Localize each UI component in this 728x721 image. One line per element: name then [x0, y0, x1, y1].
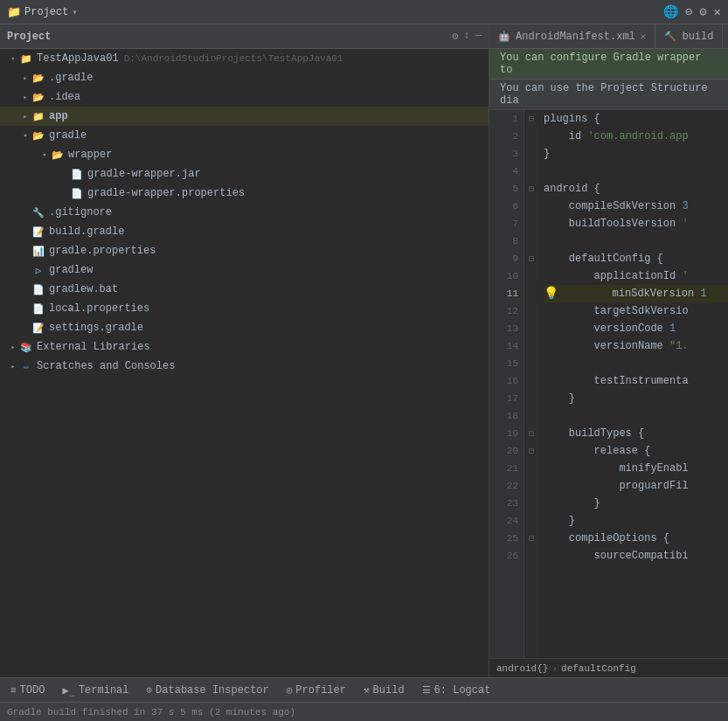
tool-db-label: Database Inspector: [156, 684, 269, 697]
line-num: 26: [489, 547, 523, 565]
list-item[interactable]: 📄 local.properties: [0, 299, 489, 318]
list-item[interactable]: 📄 gradle-wrapper.jar: [0, 164, 489, 184]
tool-build-label: Build: [373, 684, 405, 697]
fold-marker[interactable]: ⊟: [524, 250, 538, 267]
profiler-icon: ◎: [287, 684, 293, 696]
root-path: D:\AndroidStudioProjects\TestAppJava01: [124, 53, 343, 64]
list-item[interactable]: 📂 gradle: [0, 126, 489, 145]
code-line: }: [544, 390, 728, 407]
todo-icon: ≡: [10, 685, 17, 696]
line-num: 3: [489, 145, 523, 163]
list-item[interactable]: 📂 .gradle: [0, 68, 489, 87]
fold-marker[interactable]: ⊟: [524, 110, 538, 128]
fold-gutter: ⊟ ⊟ ⊟ ⊟ ⊟: [524, 110, 538, 658]
list-item[interactable]: 📄 gradlew.bat: [0, 280, 489, 299]
manifest-tab-icon: 🤖: [498, 31, 510, 42]
manifest-tab-label: AndroidManifest.xml: [516, 31, 635, 43]
jar-label: gradle-wrapper.jar: [87, 168, 201, 180]
list-item[interactable]: ✏ Scratches and Consoles: [0, 357, 489, 376]
fold-marker: [524, 477, 538, 495]
tool-profiler-label: Profiler: [295, 684, 346, 697]
gradle-hidden-label: .gradle: [49, 72, 93, 84]
fold-marker[interactable]: ⊟: [524, 442, 538, 460]
main-area: Project ⚙ ↕ — 📁 TestAppJava01 D:\Android…: [0, 24, 728, 677]
line-num: 6: [489, 198, 523, 215]
line-num: 16: [489, 372, 523, 390]
panel-icon-3[interactable]: —: [475, 30, 482, 43]
close-icon[interactable]: ✕: [714, 4, 721, 19]
dropdown-arrow[interactable]: ▾: [72, 7, 77, 17]
list-item[interactable]: 📊 gradle.properties: [0, 241, 489, 260]
tree-root[interactable]: 📁 TestAppJava01 D:\AndroidStudioProjects…: [0, 49, 489, 68]
line-num: 12: [489, 302, 523, 320]
tool-terminal[interactable]: ▶_ Terminal: [59, 683, 132, 698]
code-line: }: [544, 512, 728, 530]
fold-marker: [524, 232, 538, 250]
fold-marker: [524, 495, 538, 512]
tool-profiler[interactable]: ◎ Profiler: [283, 683, 350, 698]
db-inspector-icon: ⊙: [146, 684, 152, 696]
tool-todo[interactable]: ≡ TODO: [7, 683, 48, 698]
fold-marker: [524, 337, 538, 355]
panel-header: Project ⚙ ↕ —: [0, 24, 489, 49]
tab-manifest[interactable]: 🤖 AndroidManifest.xml ✕: [489, 24, 655, 48]
gear-icon[interactable]: ⚙: [699, 4, 706, 19]
panel-icon-1[interactable]: ⚙: [452, 30, 458, 43]
breadcrumb-separator: ›: [551, 663, 558, 674]
breadcrumb-part-2[interactable]: defaultConfig: [561, 663, 636, 674]
list-item[interactable]: 📚 External Libraries: [0, 337, 489, 357]
wrapper-label: wrapper: [68, 149, 112, 161]
logcat-icon: ☰: [422, 684, 431, 696]
list-item[interactable]: 📝 settings.gradle: [0, 318, 489, 337]
panel-icon-2[interactable]: ↕: [464, 30, 470, 43]
fold-marker[interactable]: ⊟: [524, 180, 538, 198]
minimize-icon[interactable]: ⊖: [685, 4, 692, 19]
fold-marker: [524, 320, 538, 337]
notification-bar-2: You can use the Project Structure dia: [489, 80, 728, 110]
props-icon: 📄: [70, 186, 84, 200]
list-item[interactable]: ▷ gradlew: [0, 260, 489, 280]
scratches-icon: ✏: [19, 359, 33, 373]
line-num: 18: [489, 407, 523, 425]
manifest-tab-close[interactable]: ✕: [641, 31, 647, 42]
idea-label: .idea: [49, 91, 80, 103]
project-tree: 📁 TestAppJava01 D:\AndroidStudioProjects…: [0, 49, 489, 677]
breadcrumb-part-1[interactable]: android{}: [496, 663, 548, 674]
status-bar: Gradle build finished in 37 s 5 ms (2 mi…: [0, 702, 728, 721]
line-num: 22: [489, 477, 523, 495]
code-line: compileOptions {: [544, 530, 728, 547]
line-num: 4: [489, 163, 523, 180]
list-item[interactable]: 📄 gradle-wrapper.properties: [0, 184, 489, 203]
fold-marker: [524, 372, 538, 390]
gradlew-bat-icon: 📄: [31, 282, 45, 296]
fold-marker: [524, 547, 538, 565]
settings-label: settings.gradle: [49, 322, 143, 334]
list-item[interactable]: 🔧 .gitignore: [0, 203, 489, 222]
project-panel: Project ⚙ ↕ — 📁 TestAppJava01 D:\Android…: [0, 24, 489, 677]
fold-marker[interactable]: ⊟: [524, 530, 538, 547]
code-editor[interactable]: plugins { id 'com.android.app } android …: [538, 110, 728, 658]
gitignore-label: .gitignore: [49, 206, 112, 218]
fold-marker: [524, 198, 538, 215]
title-bar-left: 📁 Project ▾: [7, 5, 77, 19]
gitignore-icon: 🔧: [31, 205, 45, 219]
list-item[interactable]: 📂 wrapper: [0, 145, 489, 164]
ext-lib-icon: 📚: [19, 340, 33, 354]
tool-db-inspector[interactable]: ⊙ Database Inspector: [142, 683, 272, 698]
globe-icon[interactable]: 🌐: [663, 4, 678, 19]
wrapper-icon: 📂: [51, 148, 65, 162]
app-arrow: [19, 110, 31, 122]
app-label: app: [49, 110, 68, 122]
code-line: targetSdkVersio: [544, 302, 728, 320]
title-bar-right: 🌐 ⊖ ⚙ ✕: [663, 4, 721, 19]
editor-tabs: 🤖 AndroidManifest.xml ✕ 🔨 build: [489, 24, 728, 49]
list-item[interactable]: 📂 .idea: [0, 87, 489, 107]
list-item[interactable]: 📝 build.gradle: [0, 222, 489, 241]
fold-marker: [524, 128, 538, 145]
fold-marker[interactable]: ⊟: [524, 425, 538, 442]
bulb-icon[interactable]: 💡: [544, 285, 558, 302]
tool-logcat[interactable]: ☰ 6: Logcat: [419, 683, 495, 698]
tab-build[interactable]: 🔨 build: [655, 24, 723, 48]
list-item[interactable]: 📁 app: [0, 107, 489, 126]
tool-build[interactable]: ⚒ Build: [360, 683, 408, 698]
